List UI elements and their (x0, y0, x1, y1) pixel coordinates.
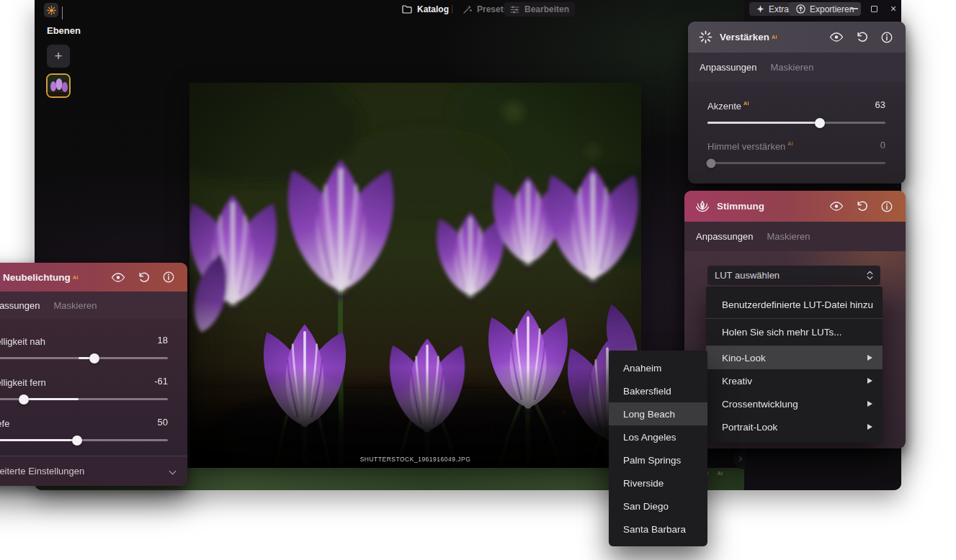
slider-helligkeit-fern-knob[interactable] (19, 394, 29, 405)
photo-canvas[interactable]: SHUTTERSTOCK_1961916049.JPG (189, 83, 641, 468)
slider-himmel-knob[interactable] (706, 158, 715, 168)
sidebar-collapse-handle[interactable] (733, 448, 746, 469)
submenu-item-palm-springs[interactable]: Palm Springs (609, 448, 707, 471)
maximize-button[interactable] (865, 0, 883, 17)
sliders-icon (510, 6, 519, 14)
select-updown-chevrons-icon (867, 271, 873, 280)
slider-akzente-knob[interactable] (815, 118, 825, 128)
submenu-arrow-icon (867, 401, 872, 407)
minimize-button[interactable] (845, 0, 864, 17)
reset-undo-icon[interactable] (135, 271, 151, 284)
tab-maskieren[interactable]: Maskieren (771, 62, 814, 73)
tab-anpassungen[interactable]: Anpassungen (0, 300, 40, 311)
slider-akzente-label: Akzente (707, 101, 741, 112)
submenu-arrow-icon (867, 424, 872, 430)
tab-bearbeiten[interactable]: Bearbeiten (504, 2, 575, 17)
neubelichtung-ai-badge: AI (73, 274, 79, 281)
slider-akzente: AkzenteAI 63 (707, 99, 885, 124)
visibility-eye-icon[interactable] (828, 31, 844, 44)
panel-verstaerken-tabs: Anpassungen Maskieren (688, 53, 906, 82)
submenu-item-santa-barbara[interactable]: Santa Barbara (609, 518, 707, 541)
submenu-item-label: Riverside (623, 478, 664, 489)
panel-verstaerken: VerstärkenAI Anpassungen Maskieren Akzen… (688, 22, 906, 184)
submenu-item-riverside[interactable]: Riverside (609, 471, 707, 494)
app-logo-button[interactable] (44, 3, 58, 17)
crocus-photo (189, 83, 641, 468)
panel-neubelichtung-title: Neubelichtung (3, 272, 71, 283)
tab-maskieren[interactable]: Maskieren (54, 300, 97, 311)
sparkle-icon (756, 5, 764, 13)
advanced-settings-toggle[interactable]: Erweiterte Einstellungen (0, 456, 187, 486)
info-icon[interactable] (879, 31, 895, 44)
advanced-settings-label: Erweiterte Einstellungen (0, 466, 84, 477)
slider-himmel-value: 0 (880, 140, 885, 150)
menu-item-add-custom-lut-label: Benutzerdefinierte LUT-Datei hinzu (722, 299, 873, 310)
submenu-item-bakersfield[interactable]: Bakersfield (609, 379, 707, 402)
tab-anpassungen[interactable]: Anpassungen (696, 231, 754, 242)
reset-undo-icon[interactable] (854, 200, 870, 213)
menu-item-add-custom-lut[interactable]: Benutzerdefinierte LUT-Datei hinzu (706, 292, 883, 318)
panel-stimmung-header: Stimmung (684, 191, 906, 222)
panel-neubelichtung-tabs: Anpassungen Maskieren (0, 292, 187, 319)
menu-item-crossentwicklung-label: Crossentwicklung (722, 399, 798, 410)
slider-helligkeit-fern-value: -61 (154, 376, 168, 387)
panel-stimmung-tabs: Anpassungen Maskieren (684, 222, 906, 251)
add-layer-button[interactable]: + (47, 45, 70, 68)
menu-item-kreativ[interactable]: Kreativ (706, 369, 883, 392)
visibility-eye-icon[interactable] (110, 271, 126, 284)
chevron-right-icon (737, 456, 742, 461)
slider-tiefe-value: 50 (158, 417, 168, 428)
layers-panel-title: Ebenen (47, 25, 81, 36)
visibility-eye-icon[interactable] (828, 200, 844, 213)
slider-akzente-value: 63 (875, 99, 885, 110)
folder-icon (402, 5, 412, 14)
menu-item-get-more-luts[interactable]: Holen Sie sich mehr LUTs... (706, 319, 883, 346)
slider-himmel-track[interactable] (707, 162, 885, 164)
slider-helligkeit-fern-track[interactable] (0, 398, 168, 400)
slider-helligkeit-nah-value: 18 (158, 335, 168, 346)
submenu-item-anaheim[interactable]: Anaheim (609, 356, 707, 379)
slider-himmel-label: Himmel verstärken (707, 141, 785, 152)
slider-tiefe-label: Tiefe (0, 418, 9, 429)
logo-chevron-down-icon[interactable] (62, 6, 63, 19)
panel-neubelichtung: NeubelichtungAI Anpassungen Maskieren He… (0, 263, 187, 486)
submenu-item-label: Los Angeles (623, 432, 676, 443)
menu-item-kreativ-label: Kreativ (722, 376, 752, 387)
tab-katalog[interactable]: Katalog (396, 2, 455, 17)
layer-thumbnail[interactable] (46, 73, 71, 98)
reset-undo-icon[interactable] (854, 31, 870, 44)
menu-item-portrait-look[interactable]: Portrait-Look (706, 415, 883, 438)
lut-city-submenu: Anaheim Bakersfield Long Beach Los Angel… (609, 351, 707, 546)
close-button[interactable]: × (884, 0, 901, 17)
submenu-item-los-angeles[interactable]: Los Angeles (609, 425, 707, 448)
menu-item-crossentwicklung[interactable]: Crossentwicklung (706, 392, 883, 415)
slider-akzente-ai-badge: AI (743, 100, 749, 107)
slider-helligkeit-nah-knob[interactable] (89, 353, 99, 363)
submenu-item-san-diego[interactable]: San Diego (609, 494, 707, 518)
panel-verstaerken-body: AkzenteAI 63 Himmel verstärkenAI 0 (688, 82, 906, 184)
panel-neubelichtung-body: Helligkeit nah 18 Helligkeit fern -61 Ti… (0, 319, 187, 456)
info-icon[interactable] (161, 271, 177, 284)
lotus-icon (695, 200, 710, 212)
submenu-item-label: Santa Barbara (623, 524, 686, 535)
panel-verstaerken-title: Verstärken (720, 32, 769, 42)
menu-item-get-more-luts-label: Holen Sie sich mehr LUTs... (722, 327, 842, 338)
slider-helligkeit-fern-label: Helligkeit fern (0, 377, 46, 388)
slider-helligkeit-nah-track[interactable] (0, 357, 168, 359)
slider-tiefe-knob[interactable] (72, 435, 82, 446)
info-icon[interactable] (879, 200, 895, 213)
menu-item-kino-look[interactable]: Kino-Look (706, 346, 883, 369)
submenu-item-long-beach[interactable]: Long Beach (609, 402, 707, 425)
tool-atmosphere-ai-badge: AI (718, 470, 723, 477)
slider-himmel: Himmel verstärkenAI 0 (707, 140, 885, 164)
panel-neubelichtung-header: NeubelichtungAI (0, 263, 187, 292)
screenshot-stage: Katalog Presets Bearbeiten Extras Expo (0, 0, 956, 560)
tab-maskieren[interactable]: Maskieren (767, 231, 810, 242)
slider-tiefe-track[interactable] (0, 439, 168, 441)
menu-item-kino-look-label: Kino-Look (722, 353, 766, 363)
slider-akzente-track[interactable] (707, 122, 885, 124)
tab-anpassungen[interactable]: Anpassungen (700, 62, 757, 73)
enhance-sparkle-icon (699, 30, 712, 44)
lut-select-dropdown[interactable]: LUT auswählen (707, 266, 880, 285)
photo-filename-caption: SHUTTERSTOCK_1961916049.JPG (189, 456, 641, 463)
